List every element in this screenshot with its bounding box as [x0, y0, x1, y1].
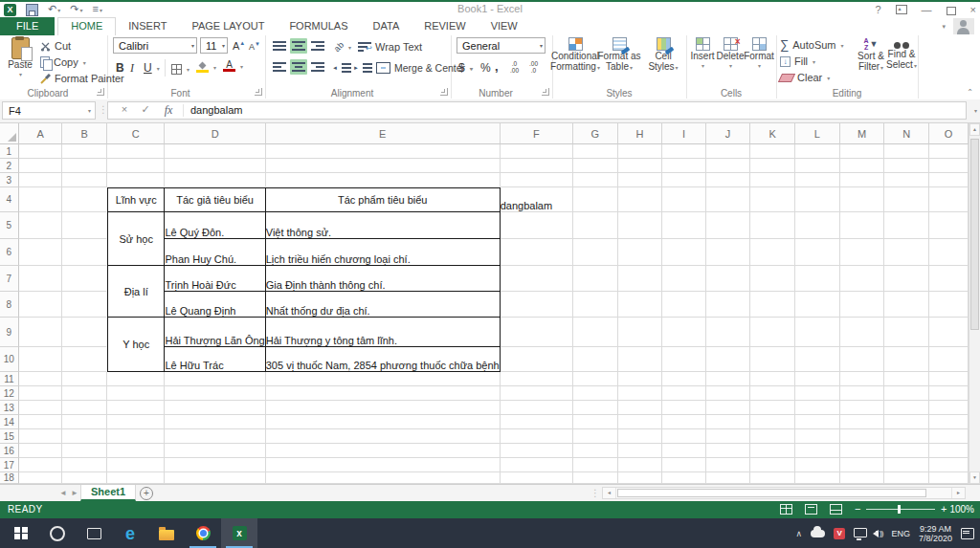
cell-K9[interactable] [750, 318, 795, 347]
cell-C3[interactable] [107, 173, 165, 187]
help-button[interactable]: ? [875, 4, 880, 15]
cell-B9[interactable] [62, 318, 107, 347]
cell-J3[interactable] [706, 173, 751, 187]
cell-F18[interactable] [501, 472, 573, 484]
search-button[interactable] [39, 518, 76, 548]
cell-D13[interactable] [165, 401, 265, 415]
cell-H12[interactable] [618, 386, 663, 401]
cell-L12[interactable] [795, 386, 840, 401]
cell-F11[interactable] [501, 372, 573, 386]
cell-E14[interactable] [266, 415, 501, 429]
cell-H13[interactable] [618, 401, 663, 415]
cell-O10[interactable] [929, 347, 969, 372]
cell-H10[interactable] [618, 347, 663, 372]
row-header-18[interactable]: 18 [0, 472, 19, 484]
cell-N8[interactable] [884, 292, 929, 318]
percent-style-button[interactable]: % [480, 60, 491, 76]
cell-K15[interactable] [750, 429, 795, 444]
redo-caret-icon[interactable]: ▾ [79, 8, 82, 13]
cell-I3[interactable] [662, 173, 706, 187]
cell-L10[interactable] [795, 347, 840, 372]
page-break-view-button[interactable] [830, 504, 842, 515]
cell-H8[interactable] [618, 292, 663, 318]
column-header-K[interactable]: K [750, 123, 795, 144]
column-header-B[interactable]: B [62, 123, 107, 144]
normal-view-button[interactable] [780, 504, 792, 515]
vertical-scrollbar[interactable]: ▲ ▼ [969, 123, 980, 484]
cell-D5[interactable]: Lê Quý Đôn. [165, 212, 265, 239]
cell-B8[interactable] [62, 292, 107, 318]
shrink-font-button[interactable]: A▼ [249, 38, 260, 54]
cell-D17[interactable] [165, 458, 265, 472]
increase-indent-button[interactable]: ► [353, 60, 374, 76]
scroll-right-button[interactable]: ► [951, 488, 965, 498]
fill-button[interactable]: ↓ Fill ▾ [780, 54, 815, 69]
middle-align-button[interactable] [290, 38, 307, 54]
cell-B2[interactable] [62, 159, 107, 173]
cell-K7[interactable] [750, 266, 795, 292]
cell-F9[interactable] [501, 318, 573, 347]
format-as-table-button[interactable]: Format as Table▾ [597, 37, 641, 74]
fill-color-button[interactable]: ▾ [196, 59, 216, 75]
cell-K10[interactable] [750, 347, 795, 372]
cell-I7[interactable] [662, 266, 706, 292]
cell-H5[interactable] [618, 212, 663, 239]
cell-E3[interactable] [266, 173, 501, 187]
scroll-up-button[interactable]: ▲ [969, 123, 980, 136]
cell-K14[interactable] [750, 415, 795, 429]
cell-G16[interactable] [573, 444, 618, 458]
cell-F3[interactable] [501, 173, 573, 187]
cell-K13[interactable] [750, 401, 795, 415]
column-header-D[interactable]: D [165, 123, 265, 144]
cell-O15[interactable] [929, 429, 969, 444]
cell-J16[interactable] [706, 444, 751, 458]
cell-O18[interactable] [929, 472, 969, 484]
cell-A14[interactable] [19, 415, 63, 429]
minimize-button[interactable]: — [922, 4, 932, 15]
cell-F7[interactable] [501, 266, 573, 292]
cell-D14[interactable] [165, 415, 265, 429]
tab-data[interactable]: DATA [361, 17, 412, 35]
cell-M18[interactable] [840, 472, 885, 484]
cell-B1[interactable] [62, 144, 107, 159]
cell-J8[interactable] [706, 292, 751, 318]
cell-F2[interactable] [501, 159, 573, 173]
column-header-N[interactable]: N [884, 123, 929, 144]
cell-D18[interactable] [165, 472, 265, 484]
cell-A18[interactable] [19, 472, 63, 484]
cell-N11[interactable] [884, 372, 929, 386]
clock[interactable]: 9:29 AM 7/8/2020 [919, 524, 952, 543]
cell-H3[interactable] [618, 173, 663, 187]
cell-E16[interactable] [266, 444, 501, 458]
cell-D6[interactable]: Phan Huy Chú. [165, 239, 265, 266]
cell-F1[interactable] [501, 144, 573, 159]
cell-N5[interactable] [884, 212, 929, 239]
cell-K1[interactable] [750, 144, 795, 159]
cell-O2[interactable] [929, 159, 969, 173]
chrome-button[interactable] [185, 518, 221, 548]
cell-L8[interactable] [795, 292, 840, 318]
cell-F5[interactable] [501, 212, 573, 239]
formula-input[interactable]: × ✓ fx dangbalam [107, 101, 967, 120]
horizontal-scrollbar[interactable]: ◄ ► [602, 487, 966, 499]
cell-E9[interactable]: Hải Thượng y tông tâm lĩnh. [266, 318, 501, 347]
cell-F12[interactable] [501, 386, 573, 401]
tab-view[interactable]: VIEW [479, 17, 530, 35]
cell-O1[interactable] [929, 144, 969, 159]
cut-button[interactable]: Cut [40, 38, 71, 54]
cell-O17[interactable] [929, 458, 969, 472]
column-header-C[interactable]: C [107, 123, 165, 144]
insert-cells-button[interactable]: Insert ▾ [689, 37, 716, 72]
cell-H11[interactable] [618, 372, 663, 386]
cell-C16[interactable] [107, 444, 165, 458]
cell-H18[interactable] [618, 472, 663, 484]
cell-K11[interactable] [750, 372, 795, 386]
row-header-1[interactable]: 1 [0, 144, 19, 159]
cell-B6[interactable] [62, 239, 107, 266]
cell-C14[interactable] [107, 415, 165, 429]
new-sheet-button[interactable]: + [140, 487, 153, 500]
column-header-L[interactable]: L [795, 123, 840, 144]
cell-M14[interactable] [840, 415, 885, 429]
cell-N2[interactable] [884, 159, 929, 173]
tab-page-layout[interactable]: PAGE LAYOUT [179, 17, 277, 35]
